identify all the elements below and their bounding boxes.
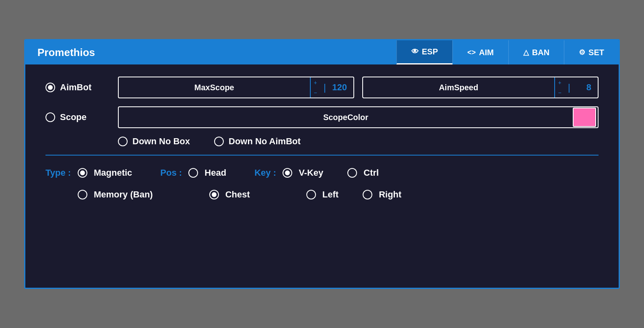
- aimbot-row: AimBot MaxScope + − | 120 AimSpeed: [45, 77, 599, 98]
- down-no-aimbot-option[interactable]: Down No AimBot: [214, 136, 301, 147]
- pos-head-option[interactable]: Head: [188, 168, 226, 178]
- key-ctrl-radio[interactable]: [347, 168, 357, 178]
- tab-esp[interactable]: 👁 ESP: [396, 40, 452, 64]
- nav-tabs: 👁 ESP <> AIM △ BAN ⚙ SET: [396, 40, 619, 64]
- pos-chest-radio[interactable]: [209, 190, 219, 199]
- aimspeed-decrement[interactable]: −: [555, 87, 565, 98]
- ban-icon: △: [523, 48, 529, 57]
- aimbot-label: AimBot: [60, 82, 91, 93]
- aimbot-radio-group[interactable]: AimBot: [45, 82, 110, 93]
- type-pos-key-row2: Type : Memory (Ban) Pos : Chest Key : Le…: [45, 189, 599, 200]
- maxscope-sep: |: [320, 82, 329, 93]
- type-memory-radio[interactable]: [78, 190, 87, 199]
- type-label: Type :: [45, 168, 78, 178]
- maxscope-decrement[interactable]: −: [311, 87, 320, 98]
- pos-chest-label: Chest: [225, 189, 250, 200]
- down-no-box-radio[interactable]: [118, 137, 128, 146]
- key-left-label: Left: [322, 189, 339, 200]
- tab-aim[interactable]: <> AIM: [452, 40, 508, 64]
- type-magnetic-option[interactable]: Magnetic: [78, 168, 132, 178]
- scope-row: Scope ScopeColor: [45, 106, 599, 128]
- type-magnetic-label: Magnetic: [94, 168, 132, 178]
- tab-aim-label: AIM: [479, 48, 494, 57]
- scopecolor-swatch[interactable]: [573, 108, 596, 127]
- key-right-label: Right: [379, 189, 401, 200]
- type-magnetic-radio[interactable]: [78, 168, 87, 178]
- pos-head-label: Head: [204, 168, 226, 178]
- aim-icon: <>: [467, 48, 476, 57]
- scope-radio-group[interactable]: Scope: [45, 112, 110, 122]
- controls-section: AimBot MaxScope + − | 120 AimSpeed: [45, 77, 599, 147]
- down-no-box-option[interactable]: Down No Box: [118, 136, 190, 147]
- aimspeed-increment[interactable]: +: [555, 77, 565, 87]
- maxscope-value: 120: [329, 82, 353, 93]
- content-area: AimBot MaxScope + − | 120 AimSpeed: [25, 64, 619, 216]
- maxscope-controls: + −: [310, 77, 320, 98]
- key-left-option[interactable]: Left: [306, 189, 339, 200]
- scope-label: Scope: [60, 112, 87, 122]
- key-left-radio[interactable]: [306, 190, 316, 199]
- pos-head-radio[interactable]: [188, 168, 198, 178]
- maxscope-label: MaxScope: [119, 83, 310, 92]
- key-right-option[interactable]: Right: [363, 189, 401, 200]
- scopecolor-box: ScopeColor: [118, 106, 599, 128]
- aimspeed-spinner: AimSpeed + − | 8: [362, 77, 599, 98]
- key-vkey-label: V-Key: [299, 168, 323, 178]
- aimspeed-value: 8: [574, 82, 598, 93]
- type-memory-option[interactable]: Memory (Ban): [78, 189, 153, 200]
- key-vkey-radio[interactable]: [283, 168, 292, 178]
- scopecolor-label: ScopeColor: [119, 113, 573, 122]
- set-icon: ⚙: [579, 48, 585, 57]
- aimspeed-label: AimSpeed: [363, 83, 554, 92]
- header-bar: Promethios 👁 ESP <> AIM △ BAN ⚙ SET: [25, 40, 619, 64]
- type-memory-label: Memory (Ban): [94, 189, 153, 200]
- maxscope-spinner: MaxScope + − | 120: [118, 77, 354, 98]
- app-title: Promethios: [25, 40, 396, 64]
- tab-set-label: SET: [588, 48, 604, 57]
- pos-label: Pos :: [160, 168, 188, 178]
- down-no-aimbot-label: Down No AimBot: [229, 136, 301, 147]
- main-panel: Promethios 👁 ESP <> AIM △ BAN ⚙ SET: [24, 39, 620, 289]
- section-divider: [45, 155, 599, 156]
- type-section: Type : Magnetic Pos : Head Key : V-Key: [45, 164, 599, 200]
- tab-set[interactable]: ⚙ SET: [564, 40, 619, 64]
- down-no-aimbot-radio[interactable]: [214, 137, 224, 146]
- key-ctrl-label: Ctrl: [363, 168, 379, 178]
- key-ctrl-option[interactable]: Ctrl: [347, 168, 379, 178]
- tab-ban-label: BAN: [532, 48, 549, 57]
- pos-chest-option[interactable]: Chest: [209, 189, 250, 200]
- key-right-radio[interactable]: [363, 190, 372, 199]
- options-row: Down No Box Down No AimBot: [45, 136, 599, 147]
- tab-ban[interactable]: △ BAN: [508, 40, 564, 64]
- down-no-box-label: Down No Box: [132, 136, 190, 147]
- tab-esp-label: ESP: [422, 47, 438, 56]
- maxscope-increment[interactable]: +: [311, 77, 320, 87]
- scope-radio[interactable]: [45, 112, 55, 122]
- type-pos-key-row1: Type : Magnetic Pos : Head Key : V-Key: [45, 168, 599, 178]
- aimspeed-sep: |: [565, 82, 574, 93]
- aimbot-radio[interactable]: [45, 83, 55, 92]
- key-vkey-option[interactable]: V-Key: [283, 168, 323, 178]
- esp-icon: 👁: [411, 48, 419, 56]
- aimspeed-controls: + −: [554, 77, 565, 98]
- key-label: Key :: [254, 168, 283, 178]
